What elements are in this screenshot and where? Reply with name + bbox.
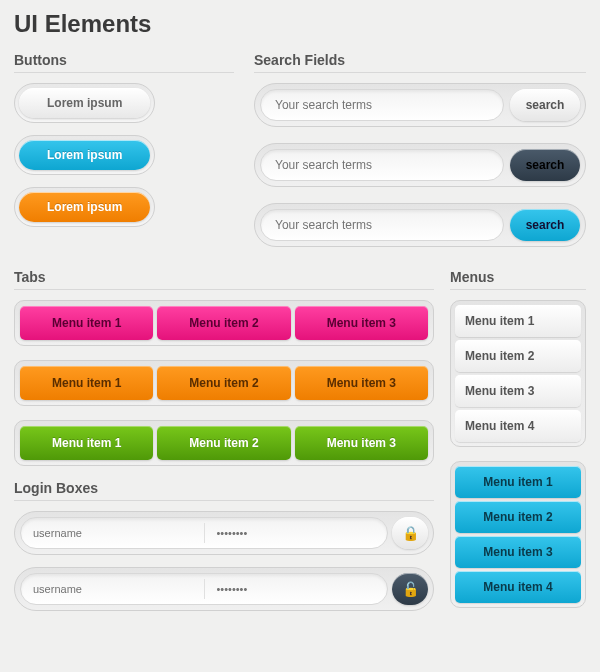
pill-button-orange[interactable]: Lorem ipsum <box>19 192 150 222</box>
tab-item[interactable]: Menu item 3 <box>295 366 428 400</box>
tabs-heading: Tabs <box>14 269 434 285</box>
tab-item[interactable]: Menu item 1 <box>20 366 153 400</box>
password-field[interactable] <box>205 574 388 604</box>
password-field[interactable] <box>205 518 388 548</box>
search-field-1: search <box>254 83 586 127</box>
divider <box>254 72 586 73</box>
lock-icon: 🔒 <box>402 525 419 541</box>
search-field-3: search <box>254 203 586 247</box>
unlock-icon: 🔓 <box>402 581 419 597</box>
tab-item[interactable]: Menu item 2 <box>157 306 290 340</box>
username-field[interactable] <box>21 518 204 548</box>
search-field-2: search <box>254 143 586 187</box>
username-field[interactable] <box>21 574 204 604</box>
lock-button-light[interactable]: 🔒 <box>392 517 428 549</box>
tab-item[interactable]: Menu item 2 <box>157 366 290 400</box>
tab-item[interactable]: Menu item 3 <box>295 426 428 460</box>
menu-item[interactable]: Menu item 2 <box>455 340 581 372</box>
search-input[interactable] <box>260 209 504 241</box>
divider <box>14 289 434 290</box>
menus-heading: Menus <box>450 269 586 285</box>
search-heading: Search Fields <box>254 52 586 68</box>
divider <box>14 500 434 501</box>
vertical-menu-light: Menu item 1 Menu item 2 Menu item 3 Menu… <box>450 300 586 447</box>
search-button-dark[interactable]: search <box>510 149 580 181</box>
pill-button-white[interactable]: Lorem ipsum <box>19 88 150 118</box>
menu-item[interactable]: Menu item 2 <box>455 501 581 533</box>
divider <box>14 72 234 73</box>
login-box-dark: 🔓 <box>14 567 434 611</box>
pill-button-blue[interactable]: Lorem ipsum <box>19 140 150 170</box>
search-button-white[interactable]: search <box>510 89 580 121</box>
search-input[interactable] <box>260 149 504 181</box>
tabs-green: Menu item 1 Menu item 2 Menu item 3 <box>14 420 434 466</box>
tabs-orange: Menu item 1 Menu item 2 Menu item 3 <box>14 360 434 406</box>
menu-item[interactable]: Menu item 3 <box>455 536 581 568</box>
menu-item[interactable]: Menu item 1 <box>455 305 581 337</box>
tab-item[interactable]: Menu item 2 <box>157 426 290 460</box>
login-box-light: 🔒 <box>14 511 434 555</box>
tabs-pink: Menu item 1 Menu item 2 Menu item 3 <box>14 300 434 346</box>
lock-button-dark[interactable]: 🔓 <box>392 573 428 605</box>
search-input[interactable] <box>260 89 504 121</box>
divider <box>450 289 586 290</box>
tab-item[interactable]: Menu item 1 <box>20 306 153 340</box>
search-button-cyan[interactable]: search <box>510 209 580 241</box>
tab-item[interactable]: Menu item 1 <box>20 426 153 460</box>
tab-item[interactable]: Menu item 3 <box>295 306 428 340</box>
buttons-heading: Buttons <box>14 52 234 68</box>
menu-item[interactable]: Menu item 3 <box>455 375 581 407</box>
vertical-menu-cyan: Menu item 1 Menu item 2 Menu item 3 Menu… <box>450 461 586 608</box>
login-heading: Login Boxes <box>14 480 434 496</box>
menu-item[interactable]: Menu item 4 <box>455 571 581 603</box>
page-title: UI Elements <box>14 10 586 38</box>
menu-item[interactable]: Menu item 1 <box>455 466 581 498</box>
menu-item[interactable]: Menu item 4 <box>455 410 581 442</box>
